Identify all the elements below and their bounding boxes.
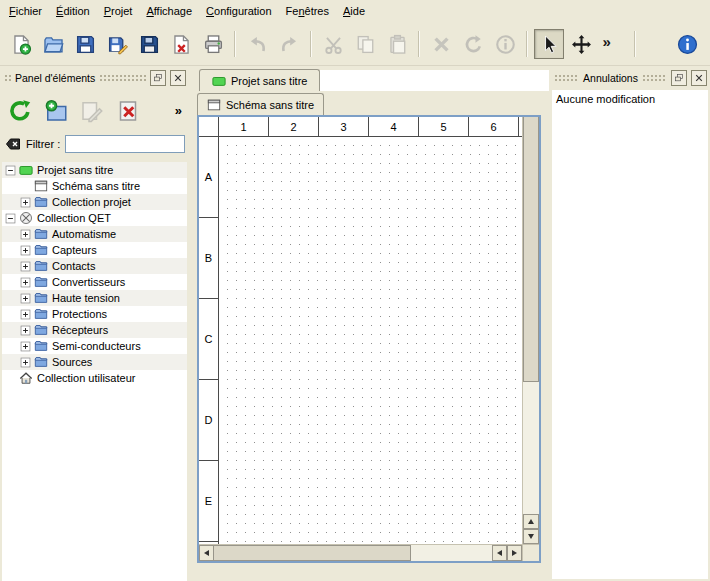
menu-projet[interactable]: Projet xyxy=(97,0,140,23)
save-all-button[interactable] xyxy=(134,29,164,59)
menu-aide[interactable]: Aide xyxy=(336,0,372,23)
expand-icon[interactable] xyxy=(20,341,31,352)
close-icon xyxy=(694,73,704,83)
float-panel-button[interactable] xyxy=(150,70,166,86)
expand-icon[interactable] xyxy=(20,309,31,320)
scroll-left-button[interactable] xyxy=(199,545,214,561)
undo-button[interactable] xyxy=(242,29,272,59)
tree-item-capteurs[interactable]: Capteurs xyxy=(2,242,187,258)
tree-item-convertisseurs[interactable]: Convertisseurs xyxy=(2,274,187,290)
undo-list[interactable]: Aucune modification xyxy=(552,90,708,579)
vertical-scrollbar-thumb[interactable] xyxy=(523,117,539,382)
menu-configuration[interactable]: Configuration xyxy=(199,0,278,23)
filter-input[interactable] xyxy=(65,135,185,153)
close-panel-button[interactable] xyxy=(691,70,707,86)
new-document-button[interactable] xyxy=(6,29,36,59)
save-as-button[interactable] xyxy=(102,29,132,59)
select-mode-button[interactable] xyxy=(534,29,564,59)
expand-icon[interactable] xyxy=(20,325,31,336)
scissors-icon xyxy=(323,34,344,55)
tree-item-sources[interactable]: Sources xyxy=(2,354,187,370)
schema-icon xyxy=(34,179,48,193)
close-document-button[interactable] xyxy=(166,29,196,59)
redo-button[interactable] xyxy=(274,29,304,59)
toolbar-overflow-button[interactable]: » xyxy=(598,29,628,59)
diagram-corner-cell xyxy=(199,117,219,136)
tree-item-collection-utilisateur[interactable]: Collection utilisateur xyxy=(2,370,187,386)
folder-icon xyxy=(34,195,48,209)
tree-item-haute-tension[interactable]: Haute tension xyxy=(2,290,187,306)
delete-element-button[interactable] xyxy=(112,95,144,127)
info-gray-icon xyxy=(495,34,516,55)
horizontal-scrollbar-track[interactable] xyxy=(411,545,492,561)
collapse-icon[interactable] xyxy=(5,213,16,224)
tab-project[interactable]: Projet sans titre xyxy=(199,69,320,91)
selection-info-button[interactable] xyxy=(490,29,520,59)
scroll-down-button[interactable] xyxy=(523,529,539,544)
close-icon xyxy=(173,73,183,83)
tree-item-protections[interactable]: Protections xyxy=(2,306,187,322)
tree-item-collection-qet[interactable]: Collection QET xyxy=(2,210,187,226)
tab-schema[interactable]: Schéma sans titre xyxy=(197,93,324,115)
vertical-scrollbar xyxy=(522,117,539,544)
expand-icon[interactable] xyxy=(20,293,31,304)
paste-button[interactable] xyxy=(382,29,412,59)
tree-item-contacts[interactable]: Contacts xyxy=(2,258,187,274)
toolbar-separator xyxy=(310,31,312,57)
cut-button[interactable] xyxy=(318,29,348,59)
toolbar-separator xyxy=(418,31,420,57)
diagram-canvas[interactable] xyxy=(219,137,522,544)
expand-icon[interactable] xyxy=(20,357,31,368)
printer-icon xyxy=(203,34,224,55)
open-document-button[interactable] xyxy=(38,29,68,59)
undo-panel-dock: Annulations Aucune modification xyxy=(549,66,710,581)
folder-icon xyxy=(34,339,48,353)
new-element-button[interactable] xyxy=(40,95,72,127)
pan-mode-button[interactable] xyxy=(566,29,596,59)
tree-item-recepteurs[interactable]: Récepteurs xyxy=(2,322,187,338)
copy-button[interactable] xyxy=(350,29,380,59)
print-button[interactable] xyxy=(198,29,228,59)
tree-item-collection-projet[interactable]: Collection projet xyxy=(2,194,187,210)
undo-panel-titlebar[interactable]: Annulations xyxy=(552,66,708,90)
expand-icon[interactable] xyxy=(20,245,31,256)
expand-icon[interactable] xyxy=(20,229,31,240)
tree-item-semi-conducteurs[interactable]: Semi-conducteurs xyxy=(2,338,187,354)
clear-filter-icon[interactable] xyxy=(5,136,21,152)
filter-label: Filtrer : xyxy=(26,138,60,150)
about-qet-button[interactable] xyxy=(672,29,702,59)
arrow-down-icon xyxy=(528,534,534,539)
refresh-green-icon xyxy=(8,99,32,123)
scroll-left-button-2[interactable] xyxy=(492,545,507,561)
save-button[interactable] xyxy=(70,29,100,59)
expand-icon[interactable] xyxy=(20,261,31,272)
tree-item-label: Récepteurs xyxy=(52,324,108,336)
column-header-cell: 3 xyxy=(319,117,369,136)
rotate-selection-button[interactable] xyxy=(458,29,488,59)
reload-collections-button[interactable] xyxy=(4,95,36,127)
main-toolbar: » xyxy=(0,23,710,66)
expand-icon[interactable] xyxy=(20,277,31,288)
float-panel-button[interactable] xyxy=(671,70,687,86)
expand-icon[interactable] xyxy=(20,197,31,208)
menu-edition[interactable]: Édition xyxy=(49,0,97,23)
collapse-icon[interactable] xyxy=(5,165,16,176)
redo-icon xyxy=(279,34,300,55)
menu-fenetres[interactable]: Fenêtres xyxy=(279,0,336,23)
tree-item-schema-sans-titre[interactable]: Schéma sans titre xyxy=(2,178,187,194)
horizontal-scrollbar-thumb[interactable] xyxy=(214,545,411,561)
elements-tree: Projet sans titreSchéma sans titreCollec… xyxy=(2,162,187,581)
tree-item-projet-sans-titre[interactable]: Projet sans titre xyxy=(2,162,187,178)
elements-panel-titlebar[interactable]: Panel d'éléments xyxy=(2,66,187,90)
panel-toolbar-overflow[interactable]: » xyxy=(175,103,185,118)
menu-fichier[interactable]: Fichier xyxy=(2,0,49,23)
edit-element-button[interactable] xyxy=(76,95,108,127)
tree-item-automatisme[interactable]: Automatisme xyxy=(2,226,187,242)
scroll-right-button[interactable] xyxy=(507,545,522,561)
move-icon xyxy=(571,34,592,55)
scroll-up-button[interactable] xyxy=(523,514,539,529)
delete-selection-button[interactable] xyxy=(426,29,456,59)
vertical-scrollbar-track[interactable] xyxy=(523,382,539,514)
menu-affichage[interactable]: Affichage xyxy=(139,0,199,23)
close-panel-button[interactable] xyxy=(170,70,186,86)
